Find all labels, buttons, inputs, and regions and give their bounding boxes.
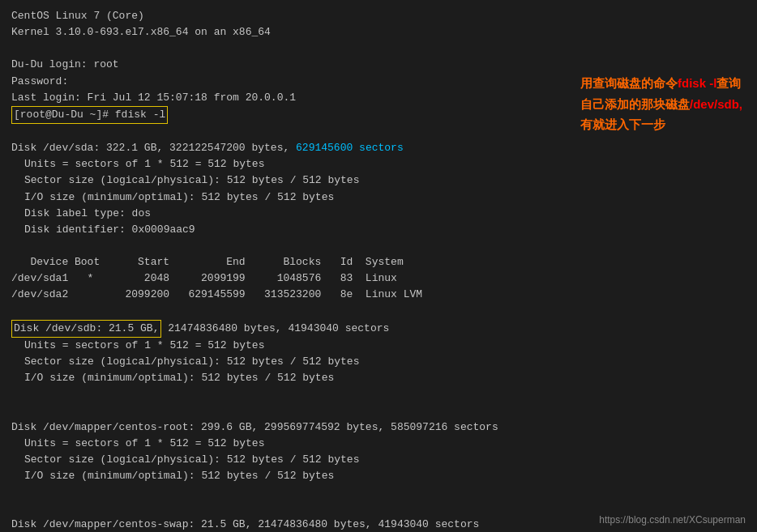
spacer4	[11, 304, 746, 320]
annotation-path: /dev/sdb,	[690, 97, 742, 111]
line-mapper-root-io: I/O size (minimum/optimal): 512 bytes / …	[11, 468, 746, 484]
spacer7	[11, 484, 746, 500]
line-kernel: Kernel 3.10.0-693.el7.x86_64 on an x86_6…	[11, 24, 746, 40]
line-login-prompt: Du-Du login: root	[11, 57, 746, 73]
line-mapper-root-units: Units = sectors of 1 * 512 = 512 bytes	[11, 436, 746, 452]
annotation-line4: 有就进入下一步	[580, 117, 665, 131]
spacer5	[11, 386, 746, 402]
line-mapper-root-sector-size: Sector size (logical/physical): 512 byte…	[11, 452, 746, 468]
annotation-line3: 自己添加的那块磁盘	[580, 97, 690, 111]
sda-sectors: 629145600 sectors	[296, 142, 404, 154]
annotation-line1: 用查询磁盘的命令	[580, 76, 678, 90]
line-sda1: /dev/sda1 * 2048 2099199 1048576 83 Linu…	[11, 270, 746, 287]
command-box-2: Disk /dev/sdb: 21.5 GB,	[11, 320, 161, 338]
line-sda-io: I/O size (minimum/optimal): 512 bytes / …	[11, 189, 746, 206]
line-centos: CentOS Linux 7 (Core)	[11, 8, 746, 24]
command-box-1: [root@Du-Du ~]# fdisk -l	[11, 106, 168, 124]
annotation-cmd: fdisk -l	[678, 76, 716, 90]
line-sdb-io: I/O size (minimum/optimal): 512 bytes / …	[11, 370, 746, 386]
annotation-line2: 查询	[716, 76, 741, 90]
spacer1	[11, 40, 746, 57]
line-sdb-sector-size: Sector size (logical/physical): 512 byte…	[11, 354, 746, 370]
line-sdb-info: Disk /dev/sdb: 21.5 GB, 21474836480 byte…	[11, 320, 746, 338]
terminal-window: CentOS Linux 7 (Core) Kernel 3.10.0-693.…	[0, 0, 757, 532]
spacer6	[11, 402, 746, 419]
line-sda-units: Units = sectors of 1 * 512 = 512 bytes	[11, 156, 746, 172]
watermark: https://blog.csdn.net/XCsuperman	[599, 514, 746, 526]
line-partition-header: Device Boot Start End Blocks Id System	[11, 254, 746, 270]
line-sda-info: Disk /dev/sda: 322.1 GB, 322122547200 by…	[11, 140, 746, 156]
line-sda-id: Disk identifier: 0x0009aac9	[11, 222, 746, 238]
line-sda2: /dev/sda2 2099200 629145599 313523200 8e…	[11, 287, 746, 303]
line-sdb-units: Units = sectors of 1 * 512 = 512 bytes	[11, 338, 746, 354]
line-sda-sector-size: Sector size (logical/physical): 512 byte…	[11, 172, 746, 189]
spacer3	[11, 238, 746, 254]
annotation-box: 用查询磁盘的命令fdisk -l查询 自己添加的那块磁盘/dev/sdb, 有就…	[580, 73, 742, 135]
line-sda-label: Disk label type: dos	[11, 206, 746, 222]
line-mapper-root: Disk /dev/mapper/centos-root: 299.6 GB, …	[11, 419, 746, 436]
